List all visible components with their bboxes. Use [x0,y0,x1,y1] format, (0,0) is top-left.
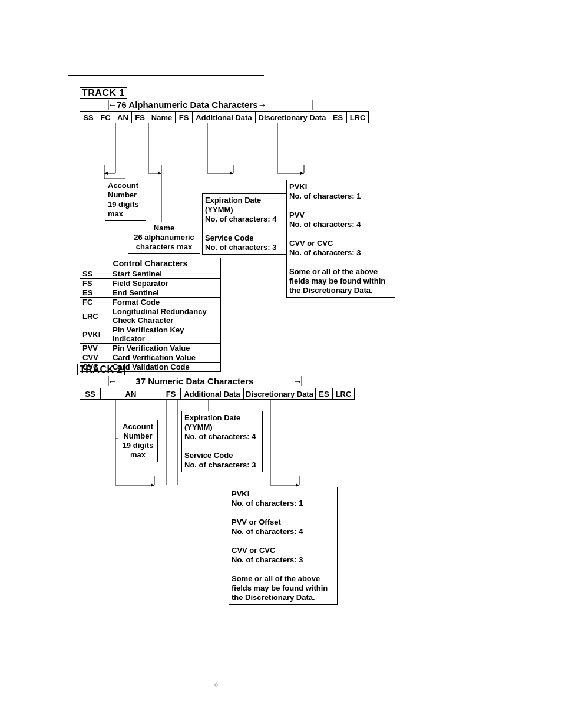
track2-label: TRACK 2 [77,364,125,375]
t1-name-box: Name 26 alphanumeric characters max [128,222,200,254]
left-arrow-icon: ← [108,100,117,110]
page: TRACK 1 ←76 Alphanumeric Data Characters… [0,0,562,728]
ctrl-code: LRC [80,307,110,325]
track2-field-row: SS AN FS Additional Data Discretionary D… [80,388,355,400]
ctrl-code: CVV [80,353,110,363]
ctrl-desc: Field Separator [110,279,221,288]
t1-an: AN [114,111,132,123]
footer-rule [302,703,359,703]
ctrl-title: Control Characters [80,258,221,269]
right-arrow-icon: → [293,376,302,386]
t1-add: Additional Data [193,111,256,123]
t1-fc: FC [97,111,114,123]
ctrl-desc: Longitudinal Redundancy Check Character [110,307,221,325]
t2-add: Additional Data [181,388,244,400]
ctrl-code: FC [80,298,110,307]
t1-es: ES [329,111,347,123]
ctrl-desc: End Sentinel [110,288,221,298]
track1-field-row: SS FC AN FS Name FS Additional Data Disc… [80,111,369,123]
t2-ss: SS [80,388,101,400]
t2-account-box: Account Number 19 digits max [118,420,158,462]
track2-subtitle: ← 37 Numeric Data Characters → [108,376,302,386]
t1-fs2: FS [176,111,193,123]
ctrl-code: SS [80,269,110,279]
t1-lrc: LRC [347,111,369,123]
header-rule [68,75,264,76]
control-characters-table: Control Characters SSStart Sentinel FSFi… [80,258,221,372]
t2-lrc: LRC [333,388,355,400]
t2-an: AN [101,388,161,400]
ctrl-desc: Format Code [110,298,221,307]
copyright: © [214,683,218,688]
track1-label: TRACK 1 [80,87,127,99]
ctrl-desc: Card Verification Value [110,353,221,363]
t2-es: ES [316,388,333,400]
t2-disc: Discretionary Data [244,388,316,400]
ctrl-code: FS [80,279,110,288]
t1-account-box: Account Number 19 digits max [105,179,146,221]
right-arrow-icon: → [258,100,267,110]
ctrl-desc: Start Sentinel [110,269,221,279]
t1-ss: SS [80,111,97,123]
left-arrow-icon: ← [108,376,117,386]
t2-additional-box: Expiration Date (YYMM) No. of characters… [181,411,263,472]
t1-additional-box: Expiration Date (YYMM) No. of characters… [202,193,287,255]
t2-fs: FS [161,388,181,400]
t1-fs1: FS [132,111,148,123]
ctrl-code: PVKI [80,325,110,344]
ctrl-code: ES [80,288,110,298]
t1-disc-box: PVKI No. of characters: 1 PVV No. of cha… [286,180,395,298]
t2-disc-box: PVKI No. of characters: 1 PVV or Offset … [229,487,338,605]
ctrl-code: PVV [80,344,110,353]
ctrl-desc: Card Validation Code [110,363,221,372]
t1-disc: Discretionary Data [256,111,329,123]
t1-name: Name [148,111,176,123]
track1-subtitle: ←76 Alphanumeric Data Characters→ [108,100,267,110]
ctrl-desc: Pin Verification Key Indicator [110,325,221,344]
ctrl-desc: Pin Verification Value [110,344,221,353]
